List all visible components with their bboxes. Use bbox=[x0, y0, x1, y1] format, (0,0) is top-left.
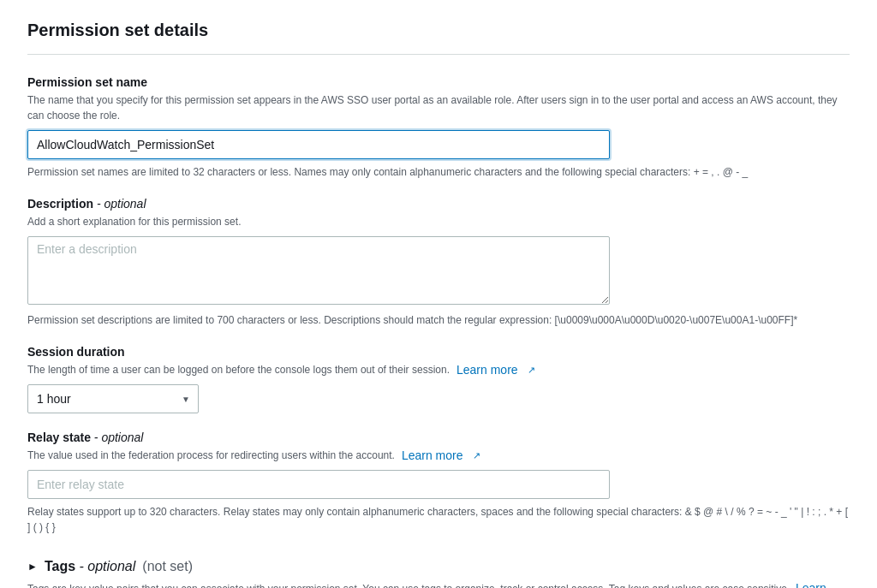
relay-state-section: Relay state - optional The value used in… bbox=[27, 431, 850, 535]
session-duration-desc-row: The length of time a user can be logged … bbox=[27, 362, 850, 377]
description-label: Description - optional bbox=[27, 197, 850, 211]
relay-state-label: Relay state - optional bbox=[27, 431, 850, 444]
relay-state-learn-more[interactable]: Learn more bbox=[402, 448, 463, 462]
tags-expand-icon[interactable]: ► bbox=[27, 561, 38, 573]
relay-state-external-icon: ↗ bbox=[473, 450, 480, 461]
top-divider bbox=[27, 54, 850, 55]
session-duration-section: Session duration The length of time a us… bbox=[27, 345, 850, 413]
permission-set-name-label: Permission set name bbox=[27, 75, 850, 89]
relay-state-desc-row: The value used in the federation process… bbox=[27, 448, 850, 463]
permission-set-name-input[interactable] bbox=[27, 130, 610, 159]
description-section: Description - optional Add a short expla… bbox=[27, 197, 850, 328]
tags-section: ► Tags - optional (not set) Tags are key… bbox=[27, 559, 850, 588]
permission-set-name-description: The name that you specify for this permi… bbox=[27, 92, 850, 123]
tags-not-set: (not set) bbox=[142, 559, 193, 574]
permission-set-name-section: Permission set name The name that you sp… bbox=[27, 75, 850, 180]
session-duration-label: Session duration bbox=[27, 345, 850, 359]
session-duration-external-icon: ↗ bbox=[528, 365, 535, 376]
page-title: Permission set details bbox=[27, 21, 850, 40]
relay-state-hint: Relay states support up to 320 character… bbox=[27, 504, 850, 535]
description-input[interactable] bbox=[27, 236, 610, 305]
session-duration-learn-more[interactable]: Learn more bbox=[456, 363, 518, 377]
session-duration-select-wrapper: 1 hour 2 hours 4 hours 8 hours 12 hours … bbox=[27, 384, 199, 413]
tags-label: Tags - optional bbox=[45, 559, 135, 574]
relay-state-description: The value used in the federation process… bbox=[27, 448, 395, 463]
session-duration-description: The length of time a user can be logged … bbox=[27, 362, 450, 377]
tags-header: ► Tags - optional (not set) bbox=[27, 559, 850, 574]
relay-state-input[interactable] bbox=[27, 470, 610, 499]
session-duration-select[interactable]: 1 hour 2 hours 4 hours 8 hours 12 hours bbox=[27, 384, 199, 413]
description-hint: Permission set descriptions are limited … bbox=[27, 312, 850, 328]
description-sublabel: Add a short explanation for this permiss… bbox=[27, 214, 850, 229]
permission-set-name-hint: Permission set names are limited to 32 c… bbox=[27, 164, 850, 180]
tags-description: Tags are key-value pairs that you can as… bbox=[27, 579, 850, 588]
